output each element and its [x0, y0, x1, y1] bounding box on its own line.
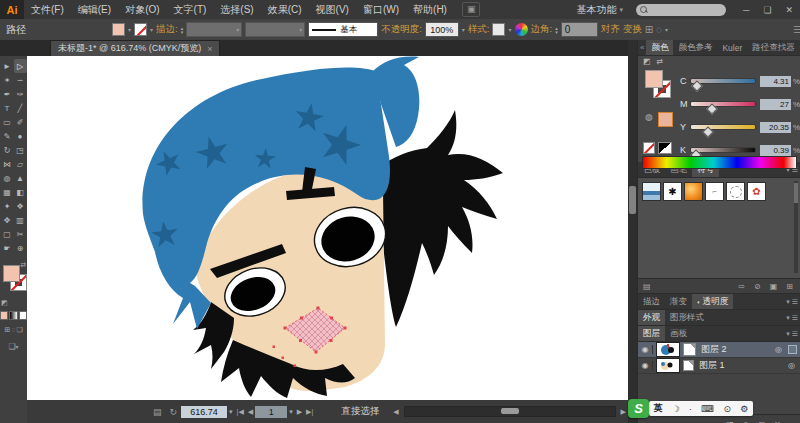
brush-definition-dropdown[interactable]: ▾	[245, 22, 305, 37]
panel-menu-icon[interactable]: ☰	[792, 330, 798, 338]
selection-tool[interactable]: ►	[1, 59, 14, 73]
panel-menu-icon[interactable]: ☰	[792, 314, 798, 322]
fill-color-swatch[interactable]	[112, 23, 125, 36]
eyedropper-tool[interactable]: ✦	[1, 199, 14, 213]
magenta-value-field[interactable]: 27	[760, 99, 791, 110]
isolate-icon[interactable]: ◌	[656, 24, 662, 35]
chevron-down-icon[interactable]: ▾	[150, 26, 153, 33]
mesh-tool[interactable]: ▦	[1, 185, 14, 199]
swap-fill-stroke-icon[interactable]: ⇄	[20, 261, 26, 269]
chevron-down-icon[interactable]: ▾	[289, 408, 293, 416]
layer-name[interactable]: 图层 2	[701, 343, 727, 356]
artboard-number-field[interactable]: 1	[255, 406, 287, 418]
pen-tool[interactable]: ✒	[1, 87, 14, 101]
none-mode-button[interactable]	[19, 311, 27, 320]
prev-artboard-icon[interactable]: ◀	[248, 408, 253, 416]
vertical-scroll-thumb[interactable]	[629, 186, 636, 214]
black-value-field[interactable]: 0.39	[760, 145, 791, 156]
menu-view[interactable]: 视图(V)	[309, 3, 356, 17]
layer-row-1[interactable]: ◉ 图层 1 ◎	[638, 358, 800, 374]
new-symbol-icon[interactable]: ⊞	[786, 282, 793, 291]
artwork-illustration[interactable]	[27, 56, 628, 400]
keyboard-icon[interactable]: ⌨	[701, 404, 714, 414]
chevron-down-icon[interactable]: ▾	[462, 26, 465, 33]
tab-pathfinder[interactable]: 路径查找器	[747, 40, 800, 55]
layer-thumbnail[interactable]	[656, 342, 680, 357]
symbol-options-icon[interactable]: ▣	[770, 282, 778, 291]
tab-appearance[interactable]: 外观	[638, 310, 665, 325]
layer-thumbnail[interactable]	[656, 358, 680, 373]
graphic-style-swatch[interactable]	[492, 23, 505, 36]
tab-color-guide[interactable]: 颜色参考	[673, 40, 717, 55]
next-artboard-icon[interactable]: ▶	[297, 408, 302, 416]
vertical-scrollbar[interactable]	[628, 40, 637, 423]
screen-mode-button[interactable]: ❏▾	[0, 342, 27, 351]
menu-window[interactable]: 窗口(W)	[356, 3, 406, 17]
first-artboard-icon[interactable]: |◀	[237, 408, 244, 416]
style-panel-link[interactable]: 样式:	[468, 23, 490, 36]
line-segment-tool[interactable]: ╱	[14, 101, 27, 115]
draw-normal-icon[interactable]: ⊞	[4, 326, 10, 334]
rotate-view-icon[interactable]: ↻	[170, 407, 178, 417]
ime-logo[interactable]: S	[628, 399, 649, 418]
search-input[interactable]	[636, 4, 726, 16]
chevron-down-icon[interactable]: ▾	[786, 314, 790, 322]
panel-menu-icon[interactable]: ☰	[792, 298, 798, 306]
symbol-thumbnail-landscape[interactable]	[642, 182, 661, 201]
yellow-slider[interactable]	[690, 124, 756, 130]
corner-link[interactable]: 边角:	[531, 23, 553, 36]
symbol-thumbnail-wreath[interactable]	[726, 182, 745, 201]
visibility-eye-icon[interactable]: ◉	[638, 345, 653, 354]
default-fill-stroke-icon[interactable]: ◩	[643, 57, 657, 66]
chevron-down-icon[interactable]: ▾	[786, 330, 790, 338]
scroll-right-icon[interactable]: ▶	[621, 408, 626, 416]
horizontal-scrollbar[interactable]	[404, 406, 616, 417]
layer-name[interactable]: 图层 1	[699, 359, 725, 372]
minimize-button[interactable]: ─	[736, 5, 756, 15]
arrange-documents-icon[interactable]: ▣	[462, 2, 481, 17]
menu-select[interactable]: 选择(S)	[213, 3, 260, 17]
document-tab[interactable]: 未标题-1* @ 616.74% (CMYK/预览) ×	[50, 40, 220, 56]
break-symbol-link-icon[interactable]: ⊘	[754, 282, 761, 291]
pencil-tool[interactable]: ✎	[1, 129, 14, 143]
chevron-down-icon[interactable]: ▾	[229, 408, 233, 416]
fill-swatch[interactable]	[3, 265, 20, 282]
symbols-scrollbar[interactable]	[794, 181, 798, 273]
moon-icon[interactable]: ☽	[672, 404, 680, 414]
yellow-slider-knob[interactable]	[702, 126, 713, 137]
artboard-grid-icon[interactable]: ▤	[153, 407, 162, 417]
black-slider[interactable]	[690, 147, 756, 153]
free-transform-tool[interactable]: ▱	[14, 157, 27, 171]
target-circle-icon[interactable]: ◎	[775, 345, 782, 354]
menu-edit[interactable]: 编辑(E)	[71, 3, 118, 17]
paintbrush-tool[interactable]: ✐	[14, 115, 27, 129]
symbol-libraries-icon[interactable]: ▤	[643, 282, 651, 291]
none-swatch[interactable]	[643, 142, 655, 154]
visibility-eye-icon[interactable]: ◉	[638, 361, 653, 370]
cyan-slider-knob[interactable]	[691, 80, 702, 91]
stroke-style-dropdown[interactable]: 基本	[308, 22, 378, 37]
blob-brush-tool[interactable]: ●	[14, 129, 27, 143]
corner-stepper[interactable]: ▴▾	[555, 26, 558, 34]
draw-inside-icon[interactable]: ❏	[16, 326, 22, 334]
chevron-down-icon[interactable]: ▾	[786, 298, 790, 306]
magenta-slider[interactable]	[690, 101, 756, 107]
magic-wand-tool[interactable]: ✶	[1, 73, 14, 87]
artboard-canvas[interactable]	[27, 56, 628, 400]
menu-file[interactable]: 文件(F)	[24, 3, 71, 17]
rectangle-tool[interactable]: ▭	[1, 115, 14, 129]
stroke-panel-link[interactable]: 描边:	[156, 23, 178, 36]
symbol-thumbnail-ink-splatter[interactable]: ✱	[663, 182, 682, 201]
menu-effect[interactable]: 效果(C)	[261, 3, 309, 17]
blend-tool[interactable]: ❖	[14, 199, 27, 213]
chevron-down-icon[interactable]: ▾	[665, 26, 668, 33]
add-anchor-point-tool[interactable]: ✑	[14, 87, 27, 101]
artboard-tool[interactable]: ▢	[1, 227, 14, 241]
menu-help[interactable]: 帮助(H)	[406, 3, 454, 17]
handwriting-icon[interactable]: ⊙	[723, 404, 731, 414]
opacity-panel-link[interactable]: 不透明度:	[381, 23, 422, 36]
make-clip-mask-icon[interactable]: ◨	[726, 420, 734, 423]
chevron-down-icon[interactable]: ▾	[508, 26, 511, 33]
tab-layers[interactable]: 图层	[638, 326, 665, 341]
column-graph-tool[interactable]: ▥	[14, 213, 27, 227]
